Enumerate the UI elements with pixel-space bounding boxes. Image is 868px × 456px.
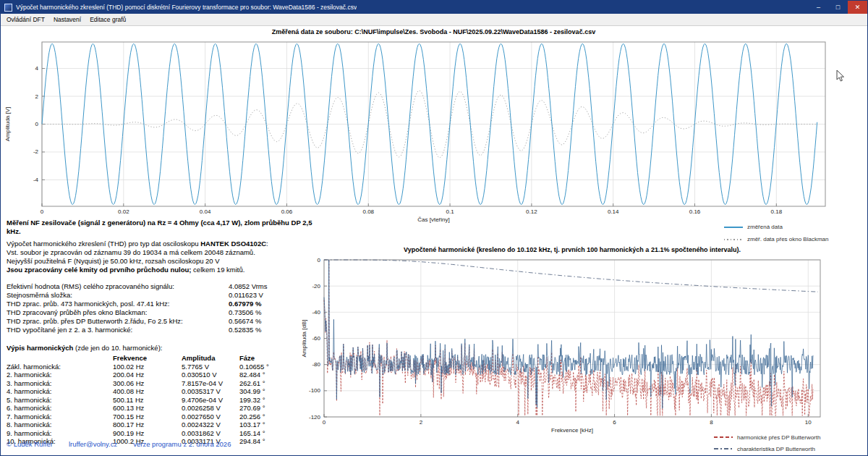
legend-label-butterworth-characteristic: charakteristika DP Butterworth xyxy=(737,446,815,452)
menu-item-editace-grafu[interactable]: Editace grafů xyxy=(85,16,130,23)
svg-text:0.06: 0.06 xyxy=(281,208,293,215)
results-table: Efektivní hodnota (RMS) celého zpracovan… xyxy=(7,282,319,334)
y-axis-label: Amplituda [V] xyxy=(4,107,11,142)
maximize-button[interactable]: □ xyxy=(828,1,848,14)
footer: © Luděk Rufferlruffer@volny.czverze prog… xyxy=(7,440,247,448)
harmonic-row-9: 9. harmonická:900.19 Hz0.0031862 V165.14… xyxy=(7,429,319,438)
window-controls: – □ ✕ xyxy=(809,1,867,14)
result-value-rms: 4.0852 Vrms xyxy=(229,282,268,291)
chart-title: Vypočtené harmonické (kresleno do 10.102… xyxy=(404,246,741,253)
harmonic-row-1: Zákl. harmonická:100.02 Hz5.7765 V0.1065… xyxy=(7,363,319,371)
svg-text:0.04: 0.04 xyxy=(200,208,211,215)
svg-text:0: 0 xyxy=(35,121,39,127)
result-value-thd-blackman: 0.73506 % xyxy=(229,308,261,317)
svg-text:4: 4 xyxy=(516,419,519,426)
svg-text:0: 0 xyxy=(323,419,326,426)
series-butterworth-characteristic xyxy=(324,260,818,292)
program-version: verze programu z 2. února 2026 xyxy=(133,440,231,448)
result-row-dc: Stejnosměrná složka:0.011623 V xyxy=(7,291,319,300)
titlebar: Výpočet harmonického zkreslení (THD) pom… xyxy=(1,1,867,14)
main-content: 00.020.040.060.080.10.120.140.160.18-4-2… xyxy=(1,26,867,455)
svg-text:0.02: 0.02 xyxy=(118,208,129,215)
axis-ticks xyxy=(42,69,776,206)
result-row-thd-23: THD vypočítané jen z 2. a 3. harmonické:… xyxy=(7,326,319,334)
result-row-rms: Efektivní hodnota (RMS) celého zpracovan… xyxy=(7,282,319,291)
harmonic-row-4: 4. harmonická:400.08 Hz0.0035317 V304.99… xyxy=(7,387,319,396)
oscilloscope-model: HANTEK DSO4102C xyxy=(200,240,266,248)
legend-label-blackman: změř. data přes okno Blackman xyxy=(747,236,829,242)
svg-text:6: 6 xyxy=(613,419,616,426)
series-harmonics-butterworth xyxy=(324,260,813,415)
svg-text:0.08: 0.08 xyxy=(362,208,374,215)
svg-text:0.14: 0.14 xyxy=(608,208,619,215)
svg-text:0: 0 xyxy=(41,208,44,215)
app-window: Výpočet harmonického zkreslení (THD) pom… xyxy=(0,0,868,456)
harmonic-row-2: 2. harmonická:200.04 Hz0.030510 V82.484 … xyxy=(7,371,319,379)
harmonics-heading: Výpis harmonických (zde jen do 10. harmo… xyxy=(7,344,319,352)
svg-text:10: 10 xyxy=(805,419,812,426)
harmonic-row-6: 6. harmonická:600.13 Hz0.0026258 V270.69… xyxy=(7,404,319,413)
result-value-thd-23: 0.52835 % xyxy=(229,326,261,334)
legend-label-harmonics-butterworth: harmonické přes DP Butterworth xyxy=(737,434,820,441)
analysis-summary: Měření NF zesilovače (signál z generátor… xyxy=(7,219,319,446)
cycles-note-bold: Jsou zpracovány celé kmity od prvního pr… xyxy=(7,266,191,274)
minimize-button[interactable]: – xyxy=(809,1,828,14)
svg-text:0.18: 0.18 xyxy=(771,208,783,215)
series-spectrum xyxy=(324,260,813,408)
harmonics-heading-rest: (zde jen do 10. harmonické): xyxy=(73,344,162,352)
legend-entry-harmonics-butterworth: harmonické přes DP Butterworth xyxy=(714,431,820,443)
measurement-note: Měření NF zesilovače (signál z generátor… xyxy=(7,219,319,236)
spectrum-chart-legend: harmonické přes DP Butterworth charakter… xyxy=(714,431,820,455)
legend-line-harmonics-butterworth xyxy=(714,436,733,438)
menubar: Ovládání DFT Nastavení Editace grafů xyxy=(1,14,867,26)
thd-intro-suffix: : xyxy=(266,240,268,248)
thd-intro-line: Výpočet harmonického zkreslení (THD) pro… xyxy=(7,240,319,248)
harmonic-row-7: 7. harmonická:700.15 Hz0.0027650 V20.256… xyxy=(7,413,319,421)
legend-entry-measured: změřená data xyxy=(724,221,829,233)
close-button[interactable]: ✕ xyxy=(848,1,867,14)
menu-item-ovladani-dft[interactable]: Ovládání DFT xyxy=(2,16,49,23)
chart-title: Změřená data ze souboru: C:\NUF\impulse\… xyxy=(272,28,595,35)
menu-item-nastaveni[interactable]: Nastavení xyxy=(49,16,85,23)
input-file-note: Vst. soubor je zpracován od záznamu 39 d… xyxy=(7,248,319,257)
legend-entry-butterworth-characteristic: charakteristika DP Butterworth xyxy=(714,443,820,455)
window-title: Výpočet harmonického zkreslení (THD) pom… xyxy=(16,4,357,11)
email-link[interactable]: lruffer@volny.cz xyxy=(69,440,117,448)
thd-intro-prefix: Výpočet harmonického zkreslení (THD) pro… xyxy=(7,240,200,248)
harmonic-row-3: 3. harmonická:300.06 Hz7.8157e-04 V262.6… xyxy=(7,379,319,388)
result-value-thd-full: 0.67979 % xyxy=(229,300,261,308)
legend-line-blackman xyxy=(724,239,743,240)
measured-data-chart[interactable]: 00.020.040.060.080.10.120.140.160.18-4-2… xyxy=(1,26,868,246)
result-value-thd-butterworth: 0.56674 % xyxy=(229,317,261,326)
legend-line-butterworth-characteristic xyxy=(714,448,733,449)
app-icon xyxy=(4,4,12,12)
harmonics-heading-bold: Výpis harmonických xyxy=(7,344,73,352)
result-row-thd-full: THD zprac. průb. 473 harmonických, posl.… xyxy=(7,300,319,308)
harmonics-spectrum-chart[interactable]: 02468100-20-40-60-80-100-120Frekvence [k… xyxy=(297,246,868,456)
svg-text:-4: -4 xyxy=(33,177,39,183)
legend-entry-blackman: změř. data přes okno Blackman xyxy=(724,233,829,245)
cycles-note-rest: celkem 19 kmitů. xyxy=(191,266,244,274)
axis-tick-labels: 02468100-20-40-60-80-100-120 xyxy=(309,257,812,426)
x-axis-label: Čas [vteřiny] xyxy=(417,216,449,223)
copyright-text: © Luděk Ruffer xyxy=(7,440,53,448)
mouse-cursor xyxy=(836,69,846,84)
svg-text:0.1: 0.1 xyxy=(446,208,455,215)
svg-text:0.12: 0.12 xyxy=(526,208,537,215)
svg-text:-2: -2 xyxy=(33,148,39,155)
result-row-thd-blackman: THD zpracovaný průběh přes okno Blackman… xyxy=(7,308,319,317)
cycles-note: Jsou zpracovány celé kmity od prvního pr… xyxy=(7,266,319,274)
svg-text:0.16: 0.16 xyxy=(689,208,701,215)
x-axis-label: Frekvence [kHz] xyxy=(551,427,593,434)
result-row-thd-butterworth: THD zprac. průb. přes DP Butterworth 2.ř… xyxy=(7,317,319,326)
svg-text:8: 8 xyxy=(710,419,713,426)
result-value-dc: 0.011623 V xyxy=(229,291,263,300)
harmonic-row-5: 5. harmonická:500.11 Hz9.4706e-04 V199.3… xyxy=(7,396,319,405)
harmonics-table: FrekvenceAmplitudaFáze Zákl. harmonická:… xyxy=(7,354,319,446)
nyquist-note: Nejvyšší použitelná F (Nyquist) je 50.00… xyxy=(7,257,319,266)
harmonic-row-8: 8. harmonická:800.17 Hz0.0024322 V103.17… xyxy=(7,421,319,429)
measured-chart-legend: změřená data změř. data přes okno Blackm… xyxy=(724,221,829,245)
svg-text:2: 2 xyxy=(35,93,39,100)
harmonics-table-header: FrekvenceAmplitudaFáze xyxy=(7,354,319,363)
legend-label-measured: změřená data xyxy=(747,224,783,230)
